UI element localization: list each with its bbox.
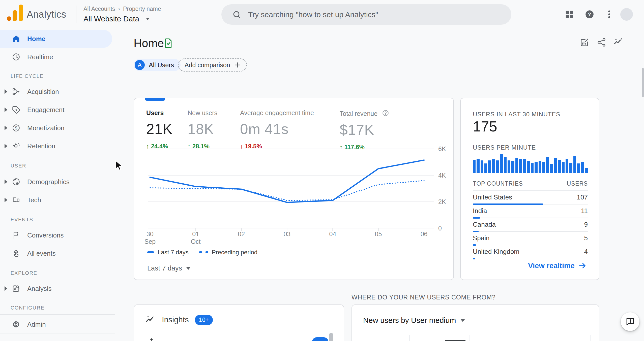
svg-text:01: 01: [192, 230, 199, 237]
sidebar-section-life-cycle: LIFE CYCLE: [11, 72, 43, 81]
table-row: United States 107: [473, 191, 588, 204]
tab-scroll-indicator: [145, 98, 165, 101]
chart-gridline: [590, 335, 591, 341]
new-users-section-title: WHERE DO YOUR NEW USERS COME FROM?: [352, 294, 495, 301]
minute-bar: [488, 160, 491, 173]
legend-dashed-swatch: [206, 251, 208, 253]
chat-alert-icon: [625, 317, 635, 327]
chart-gridline: [409, 335, 410, 341]
sidebar-item-analysis[interactable]: Analysis: [0, 280, 115, 298]
analytics-app: Analytics All Accounts › Property name A…: [0, 0, 644, 341]
more-vertical-icon[interactable]: [604, 9, 614, 19]
header-divider: [76, 6, 76, 23]
minute-bar: [542, 162, 545, 173]
monetization-dollar-icon: $: [12, 123, 21, 132]
chevron-down-icon: [186, 267, 191, 270]
insights-sparkline-icon: [145, 315, 156, 325]
svg-text:Sep: Sep: [144, 238, 156, 245]
help-icon[interactable]: ?: [584, 9, 595, 19]
sidebar-item-tech[interactable]: Tech: [0, 191, 115, 209]
svg-text:03: 03: [283, 230, 290, 237]
minute-bar: [508, 160, 510, 173]
sidebar-item-engagement[interactable]: Engagement: [0, 101, 115, 119]
share-icon[interactable]: [597, 37, 607, 47]
metric-total-revenue[interactable]: Total revenue $17K ↑ 117.6%: [340, 109, 389, 151]
expand-arrow-icon[interactable]: [5, 126, 7, 130]
all-users-chip[interactable]: A All Users: [134, 59, 181, 71]
chevron-down-icon: [460, 319, 465, 322]
sidebar-item-demographics[interactable]: Demographics: [0, 173, 115, 191]
breadcrumb-separator: ›: [118, 6, 120, 12]
sidebar-item-home[interactable]: Home: [0, 30, 112, 48]
analytics-logo-icon[interactable]: [7, 4, 24, 22]
svg-text:$: $: [15, 125, 17, 130]
svg-text:05: 05: [375, 230, 382, 237]
insights-header[interactable]: Insights 10+: [145, 315, 213, 325]
minute-bar: [539, 161, 541, 173]
property-selector[interactable]: All Website Data: [83, 15, 150, 23]
breadcrumb-property-name[interactable]: Property name: [123, 6, 161, 12]
sidebar-section-configure: CONFIGURE: [11, 303, 44, 312]
expand-arrow-icon[interactable]: [5, 286, 7, 291]
page-scrollbar-thumb[interactable]: [642, 68, 644, 97]
svg-text:06: 06: [421, 230, 428, 237]
app-title[interactable]: Analytics: [27, 9, 66, 20]
table-row: United Kingdom 4: [473, 245, 588, 258]
svg-text:04: 04: [329, 230, 336, 237]
view-realtime-link[interactable]: View realtime: [528, 261, 587, 270]
expand-arrow-icon[interactable]: [5, 180, 7, 184]
help-outline-icon[interactable]: [382, 109, 389, 117]
chart-gridline: [530, 335, 530, 341]
new-users-card: New users by User medium: [352, 304, 599, 341]
plus-icon: [234, 61, 241, 69]
top-bar: Analytics All Accounts › Property name A…: [0, 0, 644, 29]
sidebar-item-admin[interactable]: Admin: [0, 315, 115, 333]
user-avatar[interactable]: [620, 8, 633, 21]
all-events-touch-icon: [12, 249, 21, 258]
minute-bar: [577, 163, 580, 173]
sidebar-item-retention[interactable]: Retention: [0, 137, 115, 155]
users-per-minute-bar-chart: [473, 154, 588, 173]
verified-doc-icon: [163, 38, 173, 49]
admin-gear-icon: [12, 320, 21, 329]
sidebar-item-conversions[interactable]: Conversions: [0, 226, 115, 244]
table-row: Canada 9: [473, 218, 588, 232]
breadcrumb-all-accounts[interactable]: All Accounts: [83, 6, 115, 12]
expand-arrow-icon[interactable]: [5, 144, 7, 148]
expand-arrow-icon[interactable]: [5, 198, 7, 202]
expand-arrow-icon[interactable]: [5, 108, 7, 112]
date-range-selector[interactable]: Last 7 days: [147, 264, 191, 272]
minute-bar: [562, 162, 565, 173]
feedback-chat-button[interactable]: [621, 312, 639, 331]
add-comparison-button[interactable]: Add comparison: [178, 58, 247, 72]
sidebar-item-all-events[interactable]: All events: [0, 244, 115, 262]
insights-sparkline-icon[interactable]: [613, 37, 623, 47]
metric-avg-engagement-time[interactable]: Average engagement time 0m 41s ↓ 19.5%: [240, 109, 314, 150]
engagement-tag-icon: [12, 105, 21, 114]
conversions-flag-icon: [12, 231, 21, 240]
countries-table-header: TOP COUNTRIES USERS: [473, 180, 588, 191]
sidebar-item-realtime[interactable]: Realtime: [0, 48, 115, 66]
clock-icon: [12, 52, 21, 61]
legend-solid-swatch: [147, 251, 154, 253]
metric-new-users[interactable]: New users 18K ↑ 28.1%: [188, 109, 217, 150]
expand-arrow-icon[interactable]: [5, 89, 7, 94]
users-per-minute-label: USERS PER MINUTE: [473, 144, 536, 151]
search-input[interactable]: Try searching "how to set up Analytics": [221, 4, 511, 25]
minute-bar: [550, 164, 553, 173]
search-icon: [232, 10, 242, 19]
new-users-dimension-selector[interactable]: New users by User medium: [363, 316, 465, 325]
sidebar-divider: [0, 333, 115, 333]
insights-scrollbar[interactable]: [329, 333, 333, 341]
minute-bar: [535, 162, 537, 173]
realtime-card: USERS IN LAST 30 MINUTES 175 USERS PER M…: [460, 98, 599, 280]
minute-bar: [558, 160, 561, 173]
sidebar-item-monetization[interactable]: $ Monetization: [0, 119, 115, 137]
demographics-globe-icon: [12, 177, 21, 186]
customize-report-icon[interactable]: [579, 37, 590, 47]
metric-users[interactable]: Users 21K ↑ 24.4%: [146, 109, 172, 150]
minute-bar: [515, 158, 518, 173]
sidebar-item-acquisition[interactable]: Acquisition: [0, 83, 115, 101]
minute-bar: [492, 159, 495, 173]
apps-grid-icon[interactable]: [564, 9, 574, 19]
